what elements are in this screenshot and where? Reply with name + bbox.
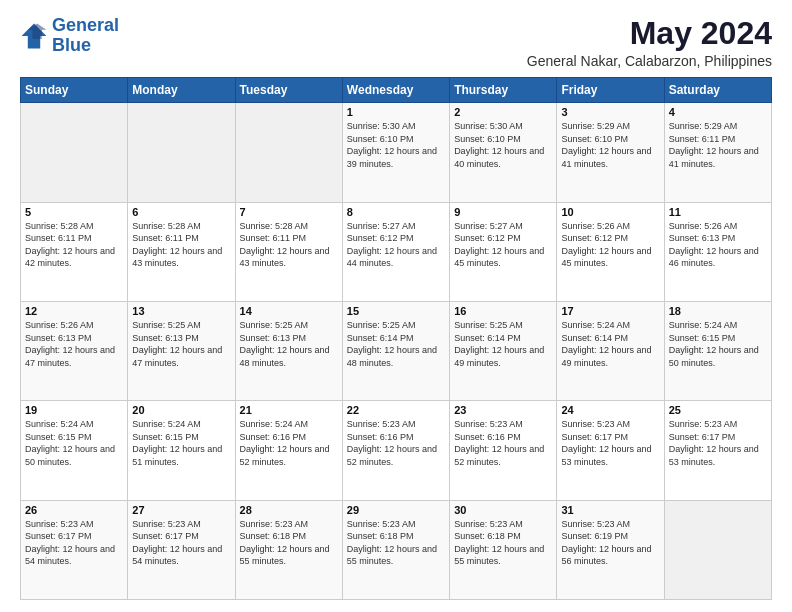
logo-icon (20, 22, 48, 50)
calendar-cell: 8Sunrise: 5:27 AMSunset: 6:12 PMDaylight… (342, 202, 449, 301)
day-info: Sunrise: 5:28 AMSunset: 6:11 PMDaylight:… (25, 220, 123, 270)
calendar-week-3: 12Sunrise: 5:26 AMSunset: 6:13 PMDayligh… (21, 301, 772, 400)
day-info: Sunrise: 5:24 AMSunset: 6:16 PMDaylight:… (240, 418, 338, 468)
logo-text: General Blue (52, 16, 119, 56)
subtitle: General Nakar, Calabarzon, Philippines (527, 53, 772, 69)
day-number: 12 (25, 305, 123, 317)
calendar-cell: 3Sunrise: 5:29 AMSunset: 6:10 PMDaylight… (557, 103, 664, 202)
day-number: 26 (25, 504, 123, 516)
main-title: May 2024 (527, 16, 772, 51)
day-number: 9 (454, 206, 552, 218)
logo-line2: Blue (52, 35, 91, 55)
calendar-cell: 23Sunrise: 5:23 AMSunset: 6:16 PMDayligh… (450, 401, 557, 500)
day-number: 31 (561, 504, 659, 516)
day-number: 20 (132, 404, 230, 416)
day-number: 11 (669, 206, 767, 218)
day-number: 15 (347, 305, 445, 317)
calendar-week-1: 1Sunrise: 5:30 AMSunset: 6:10 PMDaylight… (21, 103, 772, 202)
day-info: Sunrise: 5:23 AMSunset: 6:16 PMDaylight:… (454, 418, 552, 468)
day-info: Sunrise: 5:23 AMSunset: 6:17 PMDaylight:… (25, 518, 123, 568)
calendar-cell: 1Sunrise: 5:30 AMSunset: 6:10 PMDaylight… (342, 103, 449, 202)
day-info: Sunrise: 5:30 AMSunset: 6:10 PMDaylight:… (454, 120, 552, 170)
page: General Blue May 2024 General Nakar, Cal… (0, 0, 792, 612)
day-info: Sunrise: 5:29 AMSunset: 6:11 PMDaylight:… (669, 120, 767, 170)
calendar-cell (21, 103, 128, 202)
calendar-cell: 9Sunrise: 5:27 AMSunset: 6:12 PMDaylight… (450, 202, 557, 301)
day-number: 28 (240, 504, 338, 516)
day-number: 17 (561, 305, 659, 317)
day-info: Sunrise: 5:23 AMSunset: 6:16 PMDaylight:… (347, 418, 445, 468)
calendar-cell: 7Sunrise: 5:28 AMSunset: 6:11 PMDaylight… (235, 202, 342, 301)
calendar-week-4: 19Sunrise: 5:24 AMSunset: 6:15 PMDayligh… (21, 401, 772, 500)
calendar-header-monday: Monday (128, 78, 235, 103)
day-number: 2 (454, 106, 552, 118)
day-info: Sunrise: 5:29 AMSunset: 6:10 PMDaylight:… (561, 120, 659, 170)
day-number: 19 (25, 404, 123, 416)
calendar-cell: 21Sunrise: 5:24 AMSunset: 6:16 PMDayligh… (235, 401, 342, 500)
calendar-header-sunday: Sunday (21, 78, 128, 103)
calendar-cell: 15Sunrise: 5:25 AMSunset: 6:14 PMDayligh… (342, 301, 449, 400)
calendar-cell: 12Sunrise: 5:26 AMSunset: 6:13 PMDayligh… (21, 301, 128, 400)
day-info: Sunrise: 5:23 AMSunset: 6:17 PMDaylight:… (669, 418, 767, 468)
calendar-cell: 25Sunrise: 5:23 AMSunset: 6:17 PMDayligh… (664, 401, 771, 500)
day-info: Sunrise: 5:23 AMSunset: 6:17 PMDaylight:… (132, 518, 230, 568)
day-info: Sunrise: 5:24 AMSunset: 6:15 PMDaylight:… (25, 418, 123, 468)
logo-line1: General (52, 15, 119, 35)
calendar-cell: 10Sunrise: 5:26 AMSunset: 6:12 PMDayligh… (557, 202, 664, 301)
calendar-cell: 17Sunrise: 5:24 AMSunset: 6:14 PMDayligh… (557, 301, 664, 400)
day-info: Sunrise: 5:30 AMSunset: 6:10 PMDaylight:… (347, 120, 445, 170)
day-info: Sunrise: 5:25 AMSunset: 6:13 PMDaylight:… (132, 319, 230, 369)
day-info: Sunrise: 5:26 AMSunset: 6:12 PMDaylight:… (561, 220, 659, 270)
day-number: 27 (132, 504, 230, 516)
day-info: Sunrise: 5:23 AMSunset: 6:18 PMDaylight:… (240, 518, 338, 568)
calendar-cell: 29Sunrise: 5:23 AMSunset: 6:18 PMDayligh… (342, 500, 449, 599)
calendar-cell: 20Sunrise: 5:24 AMSunset: 6:15 PMDayligh… (128, 401, 235, 500)
calendar-header-tuesday: Tuesday (235, 78, 342, 103)
calendar-cell (235, 103, 342, 202)
calendar-header-row: SundayMondayTuesdayWednesdayThursdayFrid… (21, 78, 772, 103)
day-info: Sunrise: 5:23 AMSunset: 6:18 PMDaylight:… (454, 518, 552, 568)
day-number: 24 (561, 404, 659, 416)
calendar-cell: 5Sunrise: 5:28 AMSunset: 6:11 PMDaylight… (21, 202, 128, 301)
day-info: Sunrise: 5:24 AMSunset: 6:15 PMDaylight:… (132, 418, 230, 468)
day-number: 25 (669, 404, 767, 416)
calendar-header-friday: Friday (557, 78, 664, 103)
header: General Blue May 2024 General Nakar, Cal… (20, 16, 772, 69)
calendar-cell: 11Sunrise: 5:26 AMSunset: 6:13 PMDayligh… (664, 202, 771, 301)
day-info: Sunrise: 5:23 AMSunset: 6:17 PMDaylight:… (561, 418, 659, 468)
calendar-cell: 26Sunrise: 5:23 AMSunset: 6:17 PMDayligh… (21, 500, 128, 599)
calendar-cell: 16Sunrise: 5:25 AMSunset: 6:14 PMDayligh… (450, 301, 557, 400)
day-number: 14 (240, 305, 338, 317)
calendar-cell: 30Sunrise: 5:23 AMSunset: 6:18 PMDayligh… (450, 500, 557, 599)
calendar-cell: 18Sunrise: 5:24 AMSunset: 6:15 PMDayligh… (664, 301, 771, 400)
day-info: Sunrise: 5:28 AMSunset: 6:11 PMDaylight:… (132, 220, 230, 270)
calendar-cell (664, 500, 771, 599)
day-number: 30 (454, 504, 552, 516)
logo: General Blue (20, 16, 119, 56)
day-number: 21 (240, 404, 338, 416)
calendar-cell: 22Sunrise: 5:23 AMSunset: 6:16 PMDayligh… (342, 401, 449, 500)
day-info: Sunrise: 5:25 AMSunset: 6:13 PMDaylight:… (240, 319, 338, 369)
day-info: Sunrise: 5:26 AMSunset: 6:13 PMDaylight:… (25, 319, 123, 369)
day-info: Sunrise: 5:25 AMSunset: 6:14 PMDaylight:… (347, 319, 445, 369)
calendar-cell: 28Sunrise: 5:23 AMSunset: 6:18 PMDayligh… (235, 500, 342, 599)
day-number: 18 (669, 305, 767, 317)
calendar-header-thursday: Thursday (450, 78, 557, 103)
title-block: May 2024 General Nakar, Calabarzon, Phil… (527, 16, 772, 69)
calendar-cell: 6Sunrise: 5:28 AMSunset: 6:11 PMDaylight… (128, 202, 235, 301)
calendar-cell (128, 103, 235, 202)
calendar-cell: 24Sunrise: 5:23 AMSunset: 6:17 PMDayligh… (557, 401, 664, 500)
day-info: Sunrise: 5:24 AMSunset: 6:15 PMDaylight:… (669, 319, 767, 369)
calendar-cell: 4Sunrise: 5:29 AMSunset: 6:11 PMDaylight… (664, 103, 771, 202)
day-number: 10 (561, 206, 659, 218)
day-info: Sunrise: 5:27 AMSunset: 6:12 PMDaylight:… (347, 220, 445, 270)
calendar-cell: 19Sunrise: 5:24 AMSunset: 6:15 PMDayligh… (21, 401, 128, 500)
day-number: 5 (25, 206, 123, 218)
day-number: 4 (669, 106, 767, 118)
calendar-header-wednesday: Wednesday (342, 78, 449, 103)
calendar-week-2: 5Sunrise: 5:28 AMSunset: 6:11 PMDaylight… (21, 202, 772, 301)
day-info: Sunrise: 5:27 AMSunset: 6:12 PMDaylight:… (454, 220, 552, 270)
day-number: 29 (347, 504, 445, 516)
calendar-header-saturday: Saturday (664, 78, 771, 103)
day-number: 1 (347, 106, 445, 118)
